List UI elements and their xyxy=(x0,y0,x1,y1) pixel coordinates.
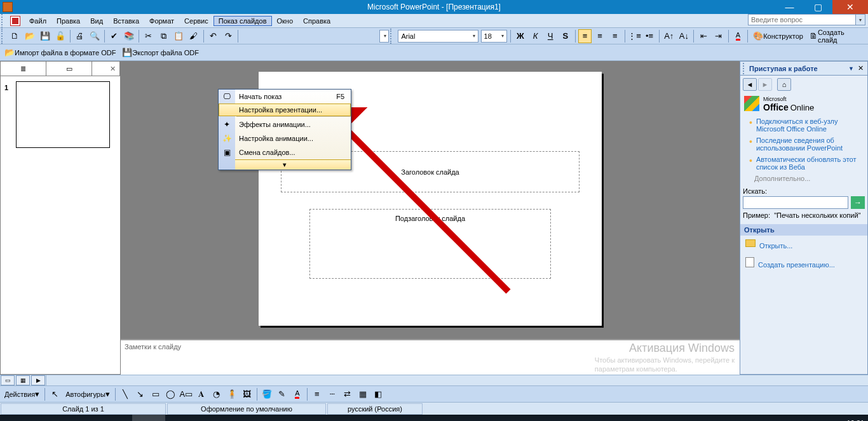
increase-font-icon[interactable]: A↑ xyxy=(662,29,676,43)
menu-start-slideshow[interactable]: 🖵 Начать показF5 xyxy=(219,90,351,104)
underline-icon[interactable]: Ч xyxy=(543,29,557,43)
dash-style-icon[interactable]: ┄ xyxy=(325,387,339,401)
task-pane-link-news[interactable]: Последние сведения об использовании Powe… xyxy=(756,137,865,152)
oval-tool-icon[interactable]: ◯ xyxy=(164,387,178,401)
menu-tools[interactable]: Сервис xyxy=(179,16,214,26)
style-dropdown[interactable]: ▾ xyxy=(379,30,390,43)
task-pane-home-button[interactable]: ⌂ xyxy=(777,78,791,91)
bold-icon[interactable]: Ж xyxy=(513,29,527,43)
menu-view[interactable]: Вид xyxy=(85,16,108,26)
arrow-tool-icon[interactable]: ↘ xyxy=(133,387,147,401)
menu-file[interactable]: Файл xyxy=(24,16,51,26)
menu-expand-chevron[interactable]: ▾ xyxy=(219,159,351,170)
line-tool-icon[interactable]: ╲ xyxy=(118,387,132,401)
italic-icon[interactable]: К xyxy=(529,29,543,43)
task-pane-forward-button[interactable]: ► xyxy=(758,78,772,91)
toolbar-handle[interactable] xyxy=(743,63,747,74)
close-outline-button[interactable]: ✕ xyxy=(92,62,120,76)
task-pane-search-go-button[interactable]: → xyxy=(851,196,865,209)
cut-icon[interactable]: ✂ xyxy=(142,29,156,43)
import-odf-button[interactable]: 📂 Импорт файла в формате ODF xyxy=(2,46,118,60)
open-file-link[interactable]: Открыть... xyxy=(759,242,792,250)
diagram-tool-icon[interactable]: ◔ xyxy=(210,387,224,401)
slide-thumbnail-1[interactable] xyxy=(16,81,110,148)
research-icon[interactable]: 📚 xyxy=(123,29,137,43)
clipart-tool-icon[interactable]: 🧍 xyxy=(225,387,239,401)
align-right-icon[interactable]: ≡ xyxy=(608,29,622,43)
slideshow-view-button[interactable]: ▶ xyxy=(31,375,45,385)
fill-color-icon[interactable]: 🪣 xyxy=(260,387,274,401)
rectangle-tool-icon[interactable]: ▭ xyxy=(149,387,163,401)
task-pane-search-input[interactable] xyxy=(743,196,848,209)
new-document-icon[interactable]: 🗋 xyxy=(8,29,22,43)
task-pane-link-update[interactable]: Автоматически обновлять этот список из В… xyxy=(756,156,865,171)
slides-tab[interactable]: ▭ xyxy=(46,62,92,76)
maximize-button[interactable]: ▢ xyxy=(804,0,832,14)
task-pane-dropdown-icon[interactable]: ▼ xyxy=(848,65,854,72)
menu-animation-setup[interactable]: ✨ Настройка анимации... xyxy=(219,131,351,145)
taskbar-store-icon[interactable]: 🛍 xyxy=(99,415,132,421)
bullets-icon[interactable]: •≡ xyxy=(642,29,656,43)
wordart-tool-icon[interactable]: 𝐀 xyxy=(194,387,208,401)
copy-icon[interactable]: ⧉ xyxy=(157,29,171,43)
font-color-icon[interactable]: A xyxy=(731,29,745,43)
menu-help[interactable]: Справка xyxy=(298,16,336,26)
menu-slide-transition[interactable]: ▣ Смена слайдов... xyxy=(219,145,351,159)
task-pane-close-button[interactable]: ✕ xyxy=(857,64,865,72)
task-pane-back-button[interactable]: ◄ xyxy=(743,78,757,91)
decrease-font-icon[interactable]: A↓ xyxy=(677,29,691,43)
font-color-icon[interactable]: A xyxy=(290,387,304,401)
permission-icon[interactable]: 🔓 xyxy=(53,29,67,43)
task-pane-title[interactable]: Приступая к работе xyxy=(749,65,846,72)
3d-style-icon[interactable]: ◧ xyxy=(371,387,385,401)
print-icon[interactable]: 🖨 xyxy=(73,29,87,43)
help-question-dropdown[interactable]: ▾ xyxy=(856,14,865,25)
menu-animation-effects[interactable]: ✦ Эффекты анимации... xyxy=(219,117,351,131)
slide-sorter-view-button[interactable]: ▦ xyxy=(16,375,30,385)
toolbar-handle[interactable] xyxy=(1,29,5,44)
menu-window[interactable]: Окно xyxy=(272,16,299,26)
increase-indent-icon[interactable]: ⇥ xyxy=(712,29,726,43)
powerpoint-icon[interactable] xyxy=(10,16,20,26)
font-combo[interactable]: Arial▾ xyxy=(398,30,478,43)
menu-insert[interactable]: Вставка xyxy=(108,16,144,26)
spellcheck-icon[interactable]: ✔ xyxy=(107,29,121,43)
draw-actions-menu[interactable]: Действия ▾ xyxy=(2,387,42,401)
menu-slideshow[interactable]: Показ слайдов xyxy=(214,16,272,26)
align-center-icon[interactable]: ≡ xyxy=(593,29,607,43)
select-tool-icon[interactable]: ↖ xyxy=(48,387,62,401)
shadow-icon[interactable]: S xyxy=(559,29,573,43)
normal-view-button[interactable]: ▭ xyxy=(1,375,15,385)
picture-tool-icon[interactable]: 🖼 xyxy=(240,387,254,401)
decrease-indent-icon[interactable]: ⇤ xyxy=(696,29,710,43)
align-left-icon[interactable]: ≡ xyxy=(578,29,592,43)
task-pane-link-connect[interactable]: Подключиться к веб-узлу Microsoft Office… xyxy=(756,117,865,133)
taskbar-ie-icon[interactable]: e xyxy=(33,415,66,421)
numbering-icon[interactable]: ⋮≡ xyxy=(628,29,642,43)
task-pane-more-link[interactable]: Дополнительно... xyxy=(754,175,865,182)
save-icon[interactable]: 💾 xyxy=(38,29,52,43)
redo-icon[interactable]: ↷ xyxy=(221,29,235,43)
export-odf-button[interactable]: 💾 Экспорт файла ODF xyxy=(119,46,201,60)
textbox-tool-icon[interactable]: A▭ xyxy=(179,387,193,401)
outline-tab[interactable]: ≣ xyxy=(1,62,46,76)
taskbar-powerpoint-icon[interactable]: P xyxy=(132,415,165,421)
minimize-button[interactable]: — xyxy=(775,0,804,14)
line-style-icon[interactable]: ≡ xyxy=(310,387,324,401)
print-preview-icon[interactable]: 🔍 xyxy=(88,29,102,43)
open-icon[interactable]: 📂 xyxy=(24,29,37,43)
menu-setup-slideshow[interactable]: Настройка презентации... xyxy=(219,104,351,116)
design-button[interactable]: 🎨 Конструктор xyxy=(750,29,806,43)
menu-edit[interactable]: Правка xyxy=(51,16,85,26)
menu-format[interactable]: Формат xyxy=(144,16,179,26)
shadow-style-icon[interactable]: ▦ xyxy=(356,387,370,401)
undo-icon[interactable]: ↶ xyxy=(207,29,220,43)
new-slide-button[interactable]: 🗎 Создать слайд xyxy=(807,29,867,43)
create-presentation-link[interactable]: Создать презентацию... xyxy=(758,261,835,269)
status-language[interactable]: русский (Россия) xyxy=(327,403,423,415)
arrow-style-icon[interactable]: ⇄ xyxy=(341,387,355,401)
autoshapes-menu[interactable]: Автофигуры ▾ xyxy=(63,387,112,401)
format-painter-icon[interactable]: 🖌 xyxy=(187,29,201,43)
close-window-button[interactable]: ✕ xyxy=(832,0,868,14)
font-size-combo[interactable]: 18▾ xyxy=(481,30,508,43)
